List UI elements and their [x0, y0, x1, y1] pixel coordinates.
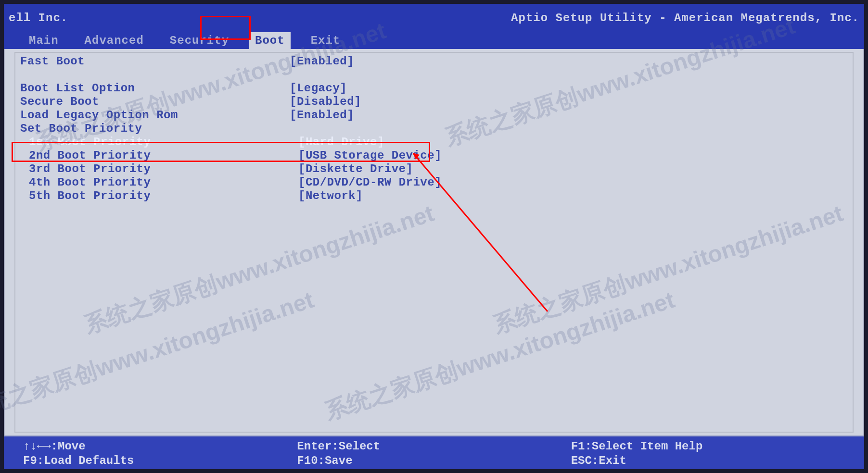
- hint-select: Enter:Select: [297, 439, 571, 454]
- option-label: Set Boot Priority: [20, 122, 290, 136]
- option-label: 1st Boot Priority: [29, 136, 298, 149]
- tab-bar: Main Advanced Security Boot Exit: [4, 32, 864, 49]
- option-load-legacy[interactable]: Load Legacy Option Rom [Enabled]: [20, 109, 848, 122]
- option-value: [Enabled]: [290, 55, 354, 68]
- option-value: [CD/DVD/CD-RW Drive]: [298, 176, 442, 189]
- option-value: [Network]: [298, 189, 363, 203]
- hint-exit: ESC:Exit: [571, 454, 845, 468]
- footer-row-2: F9:Load Defaults F10:Save ESC:Exit: [23, 454, 845, 468]
- option-2nd-boot[interactable]: 2nd Boot Priority [USB Storage Device]: [20, 149, 848, 162]
- option-value: [Legacy]: [290, 82, 347, 95]
- option-1st-boot[interactable]: 1st Boot Priority [Hard Drive]: [20, 136, 848, 149]
- option-set-boot-priority[interactable]: Set Boot Priority: [20, 122, 848, 136]
- option-label: Fast Boot: [20, 55, 290, 68]
- option-label: 3rd Boot Priority: [29, 162, 298, 176]
- option-boot-list[interactable]: Boot List Option [Legacy]: [20, 82, 848, 95]
- option-label: 2nd Boot Priority: [29, 149, 298, 162]
- vendor-name: ell Inc.: [9, 12, 68, 25]
- hint-save: F10:Save: [297, 454, 571, 468]
- option-label: 5th Boot Priority: [29, 189, 298, 203]
- option-5th-boot[interactable]: 5th Boot Priority [Network]: [20, 189, 848, 203]
- footer-row-1: ↑↓←→:Move Enter:Select F1:Select Item He…: [23, 439, 845, 454]
- content-area: Fast Boot [Enabled] Boot List Option [Le…: [4, 49, 864, 436]
- tab-exit[interactable]: Exit: [305, 32, 346, 49]
- option-value: [Enabled]: [290, 109, 354, 122]
- option-fast-boot[interactable]: Fast Boot [Enabled]: [20, 55, 848, 68]
- tab-advanced[interactable]: Advanced: [79, 32, 150, 49]
- option-value: [Hard Drive]: [298, 136, 384, 149]
- option-4th-boot[interactable]: 4th Boot Priority [CD/DVD/CD-RW Drive]: [20, 176, 848, 189]
- spacer: [20, 68, 848, 82]
- option-label: Load Legacy Option Rom: [20, 109, 290, 122]
- option-3rd-boot[interactable]: 3rd Boot Priority [Diskette Drive]: [20, 162, 848, 176]
- option-value: [Diskette Drive]: [298, 162, 413, 176]
- option-label: 4th Boot Priority: [29, 176, 298, 189]
- hint-defaults: F9:Load Defaults: [23, 454, 297, 468]
- option-label: Secure Boot: [20, 95, 290, 109]
- tab-main[interactable]: Main: [23, 32, 64, 49]
- tab-boot[interactable]: Boot: [249, 32, 291, 49]
- tab-security[interactable]: Security: [164, 32, 235, 49]
- hint-help: F1:Select Item Help: [571, 439, 845, 454]
- footer-bar: ↑↓←→:Move Enter:Select F1:Select Item He…: [4, 436, 864, 469]
- content-border: Fast Boot [Enabled] Boot List Option [Le…: [14, 52, 854, 433]
- utility-title: Aptio Setup Utility - American Megatrend…: [511, 12, 859, 25]
- option-label: Boot List Option: [20, 82, 290, 95]
- header-bar: ell Inc. Aptio Setup Utility - American …: [4, 4, 864, 32]
- option-value: [USB Storage Device]: [298, 149, 442, 162]
- option-secure-boot[interactable]: Secure Boot [Disabled]: [20, 95, 848, 109]
- bios-screen: ell Inc. Aptio Setup Utility - American …: [0, 0, 868, 473]
- hint-move: ↑↓←→:Move: [23, 439, 297, 454]
- option-value: [Disabled]: [290, 95, 361, 109]
